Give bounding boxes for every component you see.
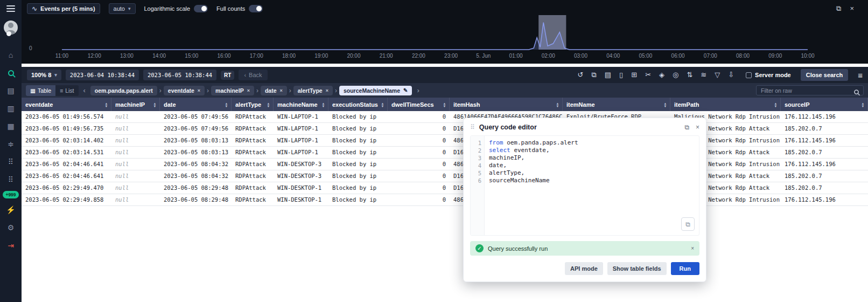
settings-icon[interactable]: ⚙	[4, 221, 18, 234]
table-row[interactable]: 2023-06-05 01:49:56.735null2023-06-05 07…	[22, 123, 868, 135]
api-mode-button[interactable]: API mode	[565, 262, 603, 275]
pill-sourceMachineName[interactable]: sourceMachineName✎	[339, 86, 412, 95]
show-table-fields-button[interactable]: Show table fields	[607, 262, 667, 275]
table-row[interactable]: 2023-06-05 02:29:49.470null2023-06-05 08…	[22, 182, 868, 194]
copy-icon[interactable]: ⧉	[591, 71, 596, 79]
archive-icon[interactable]: ▦	[4, 120, 18, 133]
main-menu-icon[interactable]	[6, 5, 15, 12]
code-lines[interactable]: from oem.panda.paps.alertselect eventdat…	[485, 136, 699, 235]
columns-icon[interactable]: ▯	[619, 71, 623, 79]
toolbar-menu-icon[interactable]: ≡	[858, 71, 863, 80]
table-row[interactable]: 2023-06-05 02:04:46.641null2023-06-05 08…	[22, 170, 868, 182]
pill-alertType[interactable]: alertType×	[293, 86, 333, 95]
run-button[interactable]: Run	[671, 262, 699, 275]
packages-icon[interactable]: ▥	[4, 102, 18, 115]
table-view-button[interactable]: ▦ Table	[26, 85, 55, 96]
logout-icon[interactable]: ⇥	[4, 239, 18, 252]
table-row[interactable]: 2023-06-05 02:03:14.531null2023-06-05 08…	[22, 147, 868, 159]
shield-icon[interactable]: ◈	[659, 71, 664, 79]
fields-bar: ▦ Table ≡ List ‹ oem.panda.paps.alert›ev…	[22, 83, 868, 98]
edit-field-icon[interactable]: ✎	[403, 87, 408, 93]
search-icon[interactable]	[854, 88, 859, 96]
table-row[interactable]: 2023-06-05 02:03:14.402null2023-06-05 08…	[22, 135, 868, 147]
log-scale-toggle[interactable]	[194, 5, 208, 12]
sort-icon[interactable]: ▴▾	[557, 102, 558, 107]
pill-machineIP[interactable]: machineIP×	[211, 86, 254, 95]
sort-icon[interactable]: ▴▾	[444, 102, 445, 107]
column-header-machineIP[interactable]: machineIP▴▾	[111, 98, 160, 111]
filters-icon[interactable]: ≑	[4, 138, 18, 150]
list-view-button[interactable]: ≡ List	[55, 85, 78, 96]
remove-field-icon[interactable]: ×	[280, 88, 283, 93]
remove-field-icon[interactable]: ×	[247, 88, 250, 93]
time-to-chip[interactable]: 2023-06-05 10:38:44	[143, 70, 216, 80]
activity-icon[interactable]: ⚡	[4, 203, 18, 216]
back-button[interactable]: ‹ Back	[239, 70, 267, 80]
history-icon[interactable]: ↺	[578, 71, 584, 79]
pill-eventdate[interactable]: eventdate×	[164, 86, 205, 95]
sort-icon[interactable]: ▴▾	[775, 102, 776, 107]
sort-icon[interactable]: ▴▾	[664, 102, 666, 107]
column-header-eventdate[interactable]: eventdate▴▾	[22, 98, 111, 111]
filter-icon[interactable]: ▽	[715, 71, 720, 79]
download-icon[interactable]: ⇩	[728, 71, 734, 79]
interval-select[interactable]: auto ▾	[109, 3, 136, 14]
search-icon[interactable]	[4, 66, 18, 79]
close-chart-icon[interactable]: ×	[850, 4, 854, 13]
devices-icon[interactable]: ▤	[4, 84, 18, 97]
sort-icon[interactable]: ▴▾	[106, 102, 107, 107]
sort-icon[interactable]: ▴▾	[323, 102, 324, 107]
column-header-itemPath[interactable]: itemPath▴▾	[670, 98, 781, 111]
column-header-itemName[interactable]: itemName▴▾	[563, 98, 670, 111]
remove-field-icon[interactable]: ×	[326, 88, 328, 93]
full-counts-toggle[interactable]	[249, 5, 263, 12]
events-line-chart[interactable]	[22, 15, 868, 54]
cut-icon[interactable]: ✂	[645, 71, 651, 79]
apps-grid-icon[interactable]: ⠿	[4, 155, 18, 168]
column-header-dwellTimeSecs[interactable]: dwellTimeSecs▴▾	[388, 98, 450, 111]
close-modal-icon[interactable]: ×	[696, 123, 699, 131]
table-row[interactable]: 2023-06-05 02:04:46.641null2023-06-05 08…	[22, 159, 868, 170]
cell-dwellTimeSecs: 0	[388, 194, 450, 205]
target-icon[interactable]: ◎	[673, 71, 678, 79]
sort-icon[interactable]: ▴▾	[382, 102, 383, 107]
column-header-executionStatus[interactable]: executionStatus▴▾	[328, 98, 388, 111]
sort-icon[interactable]: ▴▾	[862, 102, 864, 107]
column-header-date[interactable]: date▴▾	[160, 98, 232, 111]
modules-grid-icon[interactable]: ⠿	[4, 173, 18, 186]
add-widget-icon[interactable]: ⊞	[631, 71, 637, 79]
sort-icon[interactable]: ▴▾	[268, 102, 269, 107]
stream-icon[interactable]: ≋	[701, 71, 706, 79]
notifications-badge[interactable]: +999	[3, 191, 18, 198]
zoom-select[interactable]: 100% 8 ▾	[27, 70, 61, 80]
time-from-chip[interactable]: 2023-06-04 10:38:44	[66, 70, 139, 80]
home-icon[interactable]: ⌂	[4, 49, 18, 61]
chart-type-chip[interactable]: ∿ Events per (5 mins)	[27, 3, 100, 14]
scroll-pills-left-button[interactable]: ‹	[82, 86, 87, 94]
sort-icon[interactable]: ▴▾	[154, 102, 156, 107]
table-row[interactable]: 2023-06-05 02:29:49.858null2023-06-05 08…	[22, 194, 868, 206]
popout-chart-icon[interactable]: ⧉	[836, 4, 841, 13]
remove-field-icon[interactable]: ×	[198, 88, 200, 93]
column-header-itemHash[interactable]: itemHash▴▾	[450, 98, 563, 111]
server-mode-checkbox[interactable]	[746, 72, 752, 78]
column-header-sourceIP[interactable]: sourceIP▴▾	[781, 98, 868, 111]
popout-editor-icon[interactable]: ⧉	[684, 123, 689, 131]
pill-oem.panda.paps.alert[interactable]: oem.panda.paps.alert	[90, 86, 157, 95]
clipboard-icon[interactable]: ▤	[605, 71, 611, 79]
filter-on-raw-input[interactable]	[756, 85, 864, 95]
close-search-button[interactable]: Close search	[801, 69, 848, 81]
pill-date[interactable]: date×	[261, 86, 287, 95]
table-row[interactable]: 2023-06-05 01:49:56.574null2023-06-05 07…	[22, 111, 868, 123]
swap-icon[interactable]: ⇅	[687, 71, 692, 79]
dismiss-banner-icon[interactable]: ×	[691, 245, 694, 251]
scroll-pills-right-button[interactable]: ›	[415, 86, 421, 94]
drag-handle-icon[interactable]: ⠿	[470, 123, 475, 131]
copy-code-button[interactable]: ⧉	[681, 217, 695, 231]
column-header-machineName[interactable]: machineName▴▾	[274, 98, 328, 111]
time-from-value: 2023-06-04 10:38:44	[70, 72, 135, 78]
code-editor[interactable]: 123456 from oem.panda.paps.alertselect e…	[470, 135, 699, 236]
column-header-alertType[interactable]: alertType▴▾	[232, 98, 274, 111]
sort-icon[interactable]: ▴▾	[226, 102, 227, 107]
realtime-badge[interactable]: RT	[221, 71, 234, 80]
